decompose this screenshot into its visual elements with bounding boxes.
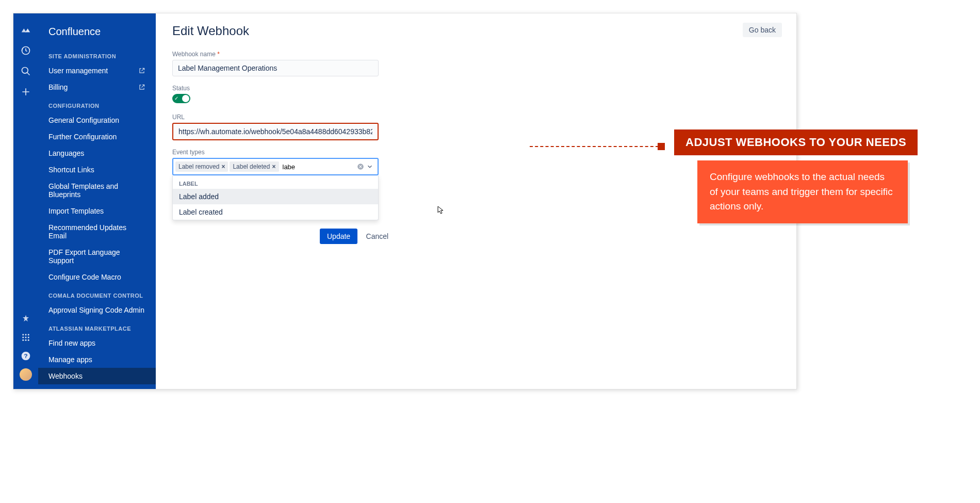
section-header: SITE ADMINISTRATION [38,46,156,62]
chip-remove-icon[interactable]: × [221,163,225,170]
sidebar-item-label: Global Templates and Blueprints [48,182,145,199]
sidebar-item-billing[interactable]: Billing [38,79,156,95]
create-icon[interactable] [20,86,32,98]
sidebar-item-label: PDF Export Language Support [48,248,145,265]
callout-marker [658,143,665,150]
cancel-button[interactable]: Cancel [360,229,395,244]
recent-icon[interactable] [20,44,32,57]
sidebar-item-import-templates[interactable]: Import Templates [38,203,156,219]
event-dropdown: LABEL Label addedLabel created [172,175,379,220]
discover-icon[interactable] [20,313,32,325]
sidebar-item-label: Shortcut Links [48,166,94,174]
callout-title: ADJUST WEBHOOKS TO YOUR NEEDS [674,129,918,155]
webhook-name-label: Webhook name * [172,51,780,58]
sidebar-item-recommended-updates-email[interactable]: Recommended Updates Email [38,219,156,244]
external-link-icon [138,67,145,74]
section-header: CONFIGURATION [38,95,156,112]
svg-point-7 [28,337,29,338]
chip-remove-icon[interactable]: × [272,163,275,170]
svg-text:?: ? [24,352,27,359]
sidebar-item-label: Languages [48,149,84,157]
sidebar-item-global-templates-and-blueprints[interactable]: Global Templates and Blueprints [38,178,156,203]
sidebar-item-general-configuration[interactable]: General Configuration [38,112,156,128]
page-title: Edit Webhook [172,24,780,38]
sidebar: Confluence SITE ADMINISTRATIONUser manag… [38,13,156,389]
clear-icon[interactable] [357,163,364,170]
chip-label: Label removed [178,163,219,170]
sidebar-item-further-configuration[interactable]: Further Configuration [38,128,156,145]
sidebar-item-label: Webhooks [48,372,83,380]
section-header: ATLASSIAN MARKETPLACE [38,318,156,335]
callout-connector [530,146,659,147]
search-icon[interactable] [20,65,32,77]
svg-point-5 [22,337,24,338]
dropdown-group-label: LABEL [173,175,378,189]
svg-point-6 [25,337,27,338]
sidebar-item-manage-apps[interactable]: Manage apps [38,351,156,368]
logo-icon[interactable] [20,24,32,36]
app-name: Confluence [38,22,156,46]
chip-label: Label deleted [233,163,270,170]
icon-rail: ? [13,13,38,389]
dropdown-item[interactable]: Label added [173,189,378,204]
avatar[interactable] [20,368,32,381]
sidebar-item-user-management[interactable]: User management [38,62,156,79]
sidebar-item-label: Billing [48,83,68,91]
sidebar-item-approval-signing-code-admin[interactable]: Approval Signing Code Admin [38,302,156,318]
sidebar-item-shortcut-links[interactable]: Shortcut Links [38,161,156,178]
sidebar-item-label: Recommended Updates Email [48,223,145,240]
sidebar-item-find-new-apps[interactable]: Find new apps [38,335,156,351]
svg-point-10 [28,339,29,341]
svg-point-9 [25,339,27,341]
chevron-down-icon[interactable] [366,163,373,170]
sidebar-item-label: Manage apps [48,355,92,364]
callout-body: Configure webhooks to the actual needs o… [697,160,908,223]
dropdown-item[interactable]: Label created [173,204,378,220]
sidebar-item-configure-code-macro[interactable]: Configure Code Macro [38,269,156,285]
sidebar-item-label: Import Templates [48,207,104,215]
sidebar-item-label: Approval Signing Code Admin [48,306,144,314]
update-button[interactable]: Update [320,229,357,244]
go-back-button[interactable]: Go back [743,23,782,37]
status-label: Status [172,85,780,92]
event-types-select[interactable]: Label removed ×Label deleted × [172,158,379,175]
svg-point-1 [22,68,28,74]
status-toggle[interactable]: ✓ [172,94,190,103]
url-label: URL [172,113,780,121]
event-types-input[interactable] [281,162,312,172]
help-icon[interactable]: ? [20,350,32,362]
webhook-name-input[interactable] [172,60,379,76]
apps-icon[interactable] [20,331,32,344]
svg-point-3 [25,334,27,335]
external-link-icon [138,84,145,91]
chip: Label deleted × [230,161,279,172]
url-input[interactable] [172,123,379,140]
sidebar-item-webhooks[interactable]: Webhooks [38,368,156,384]
sidebar-item-languages[interactable]: Languages [38,145,156,161]
sidebar-item-pdf-export-language-support[interactable]: PDF Export Language Support [38,244,156,269]
sidebar-item-label: Further Configuration [48,133,117,141]
sidebar-item-label: Find new apps [48,339,95,347]
sidebar-item-label: User management [48,67,108,75]
sidebar-item-label: Configure Code Macro [48,273,121,281]
check-icon: ✓ [174,95,178,101]
svg-point-4 [28,334,29,335]
svg-point-2 [22,334,24,335]
chip: Label removed × [175,161,228,172]
svg-point-8 [22,339,24,341]
sidebar-item-label: General Configuration [48,116,119,124]
main-content: Go back Edit Webhook Webhook name * Stat… [156,13,796,389]
section-header: COMALA DOCUMENT CONTROL [38,285,156,302]
